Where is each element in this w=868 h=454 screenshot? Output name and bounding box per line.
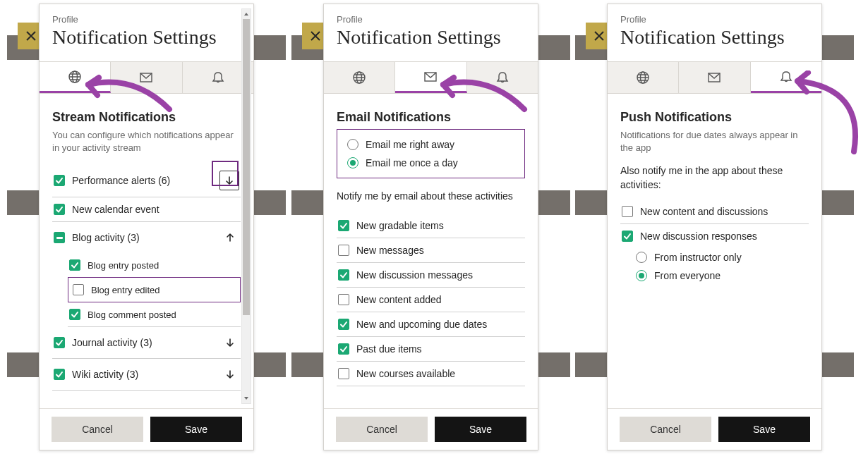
label: New courses available <box>356 368 524 379</box>
cancel-button[interactable]: Cancel <box>620 417 711 442</box>
dialog: Profile Notification Settings Push Notif… <box>607 4 822 450</box>
panel-stream: Profile Notification Settings Stream Not… <box>7 0 286 454</box>
label: Past due items <box>356 343 524 355</box>
label: New calendar event <box>72 204 239 215</box>
checkbox-journal[interactable] <box>54 337 65 348</box>
tab-content-stream: Stream Notifications You can configure w… <box>40 97 253 407</box>
tab-content-email: Email Notifications Email me right away … <box>324 97 538 407</box>
label: New messages <box>356 245 524 256</box>
checkbox-wiki[interactable] <box>54 369 65 380</box>
panel-push: Profile Notification Settings Push Notif… <box>575 0 854 454</box>
radio-instructor[interactable]: From instructor only <box>636 248 809 266</box>
checkbox[interactable] <box>338 368 349 379</box>
checkbox[interactable] <box>338 319 349 330</box>
section-title: Push Notifications <box>620 110 809 125</box>
scrollbar[interactable] <box>241 8 251 404</box>
cancel-button[interactable]: Cancel <box>336 417 428 442</box>
radio-icon[interactable] <box>636 270 647 281</box>
item-content: New content added <box>337 288 525 312</box>
footer: Cancel Save <box>324 408 538 450</box>
panel-email: Profile Notification Settings Email Noti… <box>291 0 570 454</box>
tab-content-push: Push Notifications Notifications for due… <box>608 97 821 407</box>
tab-push[interactable] <box>751 62 821 93</box>
item-due-dates: New and upcoming due dates <box>337 312 525 337</box>
item-wiki: Wiki activity (3) <box>52 359 241 391</box>
checkbox-blog-comment[interactable] <box>69 309 80 320</box>
label: Wiki activity (3) <box>72 369 221 380</box>
item-responses: New discussion responses <box>620 224 809 248</box>
radio-once-a-day[interactable]: Email me once a day <box>347 154 514 172</box>
item-blog: Blog activity (3) <box>52 222 241 253</box>
item-blog-comment: Blog comment posted <box>68 302 241 327</box>
checkbox[interactable] <box>622 231 633 242</box>
item-discussion: New discussion messages <box>337 263 525 288</box>
label: New discussion messages <box>356 269 524 281</box>
section-subhead: Also notify me in the app about these ac… <box>620 164 809 192</box>
tab-email[interactable] <box>679 62 750 93</box>
label: Blog activity (3) <box>72 232 221 243</box>
dialog: Profile Notification Settings Email Noti… <box>323 4 538 450</box>
item-calendar: New calendar event <box>52 197 241 222</box>
radio-icon[interactable] <box>636 252 647 263</box>
label: Blog entry posted <box>88 260 239 271</box>
label: Email me once a day <box>366 157 458 168</box>
collapse-up-icon[interactable] <box>221 228 239 247</box>
section-subhead: Notify me by email about these activitie… <box>337 190 525 204</box>
section-desc: Notifications for due dates always appea… <box>620 129 809 154</box>
save-button[interactable]: Save <box>150 417 242 442</box>
section-desc: You can configure which notifications ap… <box>52 129 241 154</box>
checkbox-blog-posted[interactable] <box>69 259 80 271</box>
checkbox[interactable] <box>338 343 349 355</box>
checkbox-blog[interactable] <box>54 232 65 243</box>
scroll-up-icon[interactable] <box>242 9 251 19</box>
radio-icon[interactable] <box>347 139 358 150</box>
save-button[interactable]: Save <box>718 417 810 442</box>
footer: Cancel Save <box>40 408 253 450</box>
item-courses: New courses available <box>337 362 525 386</box>
tab-email[interactable] <box>395 62 466 93</box>
radio-everyone[interactable]: From everyone <box>636 266 809 285</box>
item-messages: New messages <box>337 238 525 263</box>
tab-email[interactable] <box>111 62 182 93</box>
radio-icon[interactable] <box>347 157 358 168</box>
checkbox-calendar[interactable] <box>54 204 65 215</box>
section-title: Stream Notifications <box>52 110 241 125</box>
label: From everyone <box>654 270 721 281</box>
label: New discussion responses <box>640 231 807 242</box>
expand-down-icon[interactable] <box>219 171 239 190</box>
label: Blog entry edited <box>91 285 236 295</box>
item-performance: Performance alerts (6) <box>52 164 241 197</box>
checkbox[interactable] <box>622 206 633 217</box>
checkbox[interactable] <box>338 220 349 231</box>
scroll-down-icon[interactable] <box>242 393 251 403</box>
label: From instructor only <box>654 252 742 263</box>
page-title: Notification Settings <box>620 26 809 49</box>
footer: Cancel Save <box>608 408 821 450</box>
scroll-thumb[interactable] <box>243 19 250 315</box>
checkbox-blog-edited[interactable] <box>73 284 84 295</box>
tab-bar <box>608 61 821 94</box>
item-journal: Journal activity (3) <box>52 327 241 359</box>
tab-stream[interactable] <box>324 62 395 93</box>
item-blog-edited: Blog entry edited <box>68 277 241 302</box>
breadcrumb: Profile <box>52 14 241 25</box>
label: New and upcoming due dates <box>356 319 524 330</box>
label: Email me right away <box>366 139 454 150</box>
tab-bar <box>324 61 538 94</box>
checkbox-performance[interactable] <box>54 175 65 186</box>
expand-down-icon[interactable] <box>221 365 239 384</box>
radio-right-away[interactable]: Email me right away <box>347 135 514 154</box>
tab-bar <box>40 61 253 94</box>
tab-stream[interactable] <box>40 62 111 93</box>
tab-stream[interactable] <box>608 62 679 93</box>
checkbox[interactable] <box>338 245 349 256</box>
dialog: Profile Notification Settings Stream Not… <box>39 4 254 450</box>
email-frequency-group: Email me right away Email me once a day <box>337 129 525 178</box>
checkbox[interactable] <box>338 269 349 281</box>
tab-push[interactable] <box>467 62 538 93</box>
save-button[interactable]: Save <box>435 417 526 442</box>
checkbox[interactable] <box>338 294 349 305</box>
expand-down-icon[interactable] <box>221 333 239 352</box>
cancel-button[interactable]: Cancel <box>52 417 143 442</box>
item-gradable: New gradable items <box>337 214 525 238</box>
